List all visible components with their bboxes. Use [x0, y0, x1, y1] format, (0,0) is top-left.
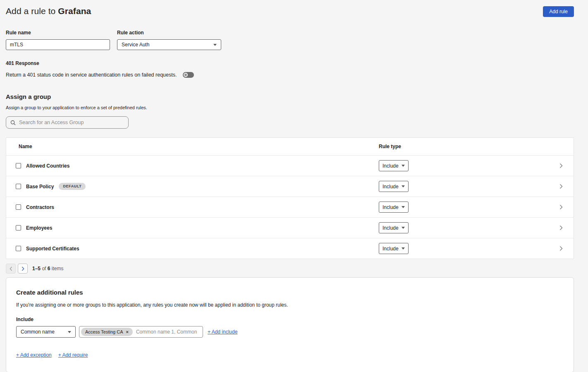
rule-name-field: Rule name [6, 30, 110, 50]
row-checkbox[interactable] [16, 204, 21, 210]
table-row-supported-certificates[interactable]: Supported Certificates Include [6, 238, 574, 259]
rule-type-value: Include [382, 225, 399, 231]
access-group-search[interactable] [6, 116, 129, 129]
value-tag: Access Testing CA × [81, 328, 133, 336]
page-header: Add a rule to Grafana Add rule [0, 0, 588, 17]
rule-name-label: Rule name [6, 30, 110, 36]
add-rule-page: Add a rule to Grafana Add rule Rule name… [0, 0, 588, 372]
value-tag-label: Access Testing CA [85, 329, 123, 334]
response-401-description: Return a 401 status code in service auth… [6, 72, 177, 78]
column-header-name: Name [6, 144, 379, 149]
page-title-app-name: Grafana [58, 6, 91, 16]
rule-type-value: Include [382, 246, 399, 252]
row-checkbox[interactable] [16, 163, 21, 168]
rule-type-value: Include [382, 204, 399, 210]
access-group-search-input[interactable] [19, 120, 124, 125]
toggle-knob [184, 73, 188, 77]
pagination-items: items [52, 266, 64, 271]
row-left: Supported Certificates [6, 246, 379, 252]
chevron-right-icon[interactable] [559, 163, 563, 168]
search-icon [10, 120, 16, 125]
additional-rules-heading: Create additional rules [16, 289, 564, 296]
group-name: Base Policy [26, 184, 54, 190]
assign-group-section: Assign a group Assign a group to your ap… [6, 93, 588, 129]
selector-type-select[interactable]: Common name [16, 326, 76, 338]
rule-type-value: Include [382, 163, 399, 169]
row-left: Employees [6, 225, 379, 231]
group-name: Allowed Countries [26, 163, 69, 169]
chevron-right-icon[interactable] [559, 225, 563, 230]
response-401-toggle[interactable] [183, 72, 194, 78]
groups-table: Name Rule type Allowed Countries Include… [6, 137, 574, 259]
pagination-range: 1–5 [32, 266, 41, 271]
row-checkbox[interactable] [16, 184, 21, 189]
previous-page-button[interactable] [6, 264, 16, 274]
response-401-label: 401 Response [6, 60, 588, 66]
row-left: Contractors [6, 204, 379, 210]
group-name: Contractors [26, 204, 54, 210]
group-name: Supported Certificates [26, 246, 79, 252]
include-label: Include [16, 317, 564, 322]
chevron-down-icon [402, 227, 405, 229]
chevron-down-icon [402, 247, 405, 250]
pagination-summary: 1–5 of 6 items [32, 266, 63, 271]
next-page-button[interactable] [18, 264, 28, 274]
common-name-input[interactable] [133, 329, 201, 335]
rule-type-select[interactable]: Include [379, 222, 409, 233]
table-row-contractors[interactable]: Contractors Include [6, 197, 574, 217]
rule-type-select[interactable]: Include [379, 181, 409, 192]
add-rule-button[interactable]: Add rule [543, 6, 574, 17]
chevron-right-icon[interactable] [559, 246, 563, 251]
table-pagination: 1–5 of 6 items [6, 264, 588, 274]
rule-name-input[interactable] [6, 39, 110, 50]
row-checkbox[interactable] [16, 225, 21, 230]
rule-action-selected-value: Service Auth [122, 42, 149, 48]
assign-group-description: Assign a group to your application to en… [6, 105, 588, 110]
column-header-rule-type: Rule type [379, 144, 401, 149]
assign-group-heading: Assign a group [6, 93, 588, 100]
response-401-row: Return a 401 status code in service auth… [6, 72, 588, 78]
include-rule-row: Common name Access Testing CA × + Add in… [16, 326, 564, 338]
chevron-down-icon [402, 206, 405, 208]
row-left: Base Policy DEFAULT [6, 183, 379, 190]
chevron-down-icon [402, 165, 405, 167]
rule-type-value: Include [382, 184, 399, 190]
chevron-right-icon[interactable] [559, 204, 563, 210]
additional-rules-description: If you're assigning one or more groups t… [16, 302, 564, 308]
chevron-right-icon[interactable] [559, 184, 563, 189]
table-header: Name Rule type [6, 138, 574, 155]
rule-action-select[interactable]: Service Auth [117, 39, 221, 50]
row-checkbox[interactable] [16, 246, 21, 251]
group-name: Employees [26, 225, 52, 231]
rule-type-select[interactable]: Include [379, 243, 409, 254]
table-row-employees[interactable]: Employees Include [6, 217, 574, 238]
row-left: Allowed Countries [6, 163, 379, 169]
table-row-allowed-countries[interactable]: Allowed Countries Include [6, 155, 574, 176]
table-row-base-policy[interactable]: Base Policy DEFAULT Include [6, 176, 574, 197]
response-401-section: 401 Response Return a 401 status code in… [6, 60, 588, 78]
pagination-total: 6 [48, 266, 50, 271]
default-badge: DEFAULT [59, 183, 86, 190]
chevron-right-icon [22, 266, 24, 271]
rule-links-row: + Add exception + Add require [16, 352, 564, 358]
chevron-down-icon [68, 331, 71, 333]
rule-form-row: Rule name Rule action Service Auth [6, 30, 588, 50]
selector-type-value: Common name [21, 329, 55, 335]
page-title: Add a rule to Grafana [6, 6, 91, 16]
rule-type-select[interactable]: Include [379, 160, 409, 171]
add-include-link[interactable]: + Add include [208, 329, 237, 335]
rule-type-select[interactable]: Include [379, 202, 409, 213]
common-name-multi-input[interactable]: Access Testing CA × [79, 326, 203, 338]
rule-action-label: Rule action [117, 30, 221, 36]
chevron-down-icon [213, 44, 217, 46]
pagination-of: of [42, 266, 46, 271]
add-require-link[interactable]: + Add require [58, 352, 88, 358]
page-title-prefix: Add a rule to [6, 6, 55, 16]
create-additional-rules-card: Create additional rules If you're assign… [6, 277, 574, 372]
rule-action-field: Rule action Service Auth [117, 30, 221, 50]
chevron-down-icon [402, 185, 405, 187]
add-exception-link[interactable]: + Add exception [16, 352, 52, 358]
remove-tag-icon[interactable]: × [126, 329, 129, 334]
chevron-left-icon [10, 266, 12, 271]
